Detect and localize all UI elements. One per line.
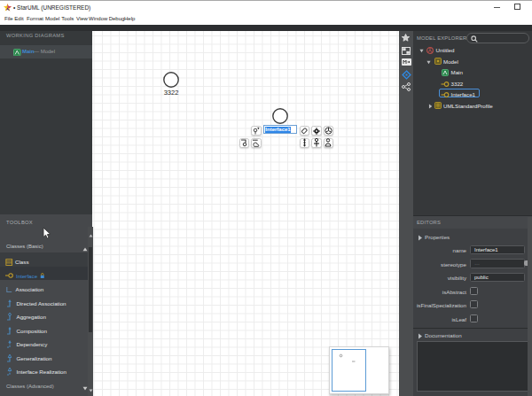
svg-text:3322: 3322 — [164, 89, 179, 97]
